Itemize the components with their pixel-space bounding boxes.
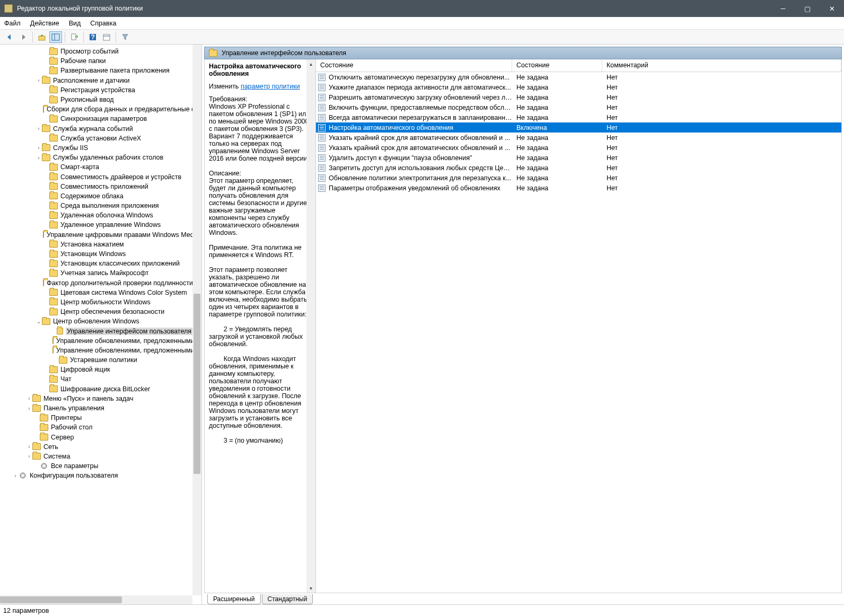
expand-icon[interactable]: › xyxy=(26,395,32,401)
tree-item[interactable]: Принтеры xyxy=(0,413,192,423)
close-button[interactable]: ✕ xyxy=(820,0,844,17)
column-setting[interactable]: Состояние xyxy=(316,59,512,72)
help-button[interactable]: ? xyxy=(86,31,99,43)
list-row[interactable]: Обновление политики электропитания для п… xyxy=(316,173,841,183)
list-row[interactable]: Укажите диапазон периода активности для … xyxy=(316,82,841,92)
expand-icon[interactable]: › xyxy=(26,444,32,450)
tree-item[interactable]: Установщик Windows xyxy=(0,249,192,259)
tree-item[interactable]: ›Меню «Пуск» и панель задач xyxy=(0,394,192,403)
tree-item[interactable]: Управление цифровыми правами Windows Med… xyxy=(0,230,192,240)
folder-icon xyxy=(43,231,44,238)
menu-view[interactable]: Вид xyxy=(69,20,81,27)
tree-item[interactable]: ›Конфигурация пользователя xyxy=(0,471,192,480)
tree-vertical-scrollbar[interactable] xyxy=(192,45,201,595)
list-row[interactable]: Включить функции, предоставляемые посред… xyxy=(316,102,841,112)
tree-item[interactable]: Рабочий стол xyxy=(0,423,192,432)
tree-item[interactable]: ›Расположение и датчики xyxy=(0,76,192,85)
edit-policy-link[interactable]: параметр политики xyxy=(241,83,300,90)
tree-list[interactable]: Просмотр событийРабочие папкиРазвертыван… xyxy=(0,45,192,480)
column-state[interactable]: Состояние xyxy=(512,59,602,72)
expand-icon[interactable]: › xyxy=(12,473,19,479)
tree-item[interactable]: Рабочие папки xyxy=(0,56,192,66)
tree-item[interactable]: Сборки для сбора данных и предварительны… xyxy=(0,104,192,114)
tree-item[interactable]: Служба установки ActiveX xyxy=(0,134,192,143)
expand-icon[interactable]: › xyxy=(36,77,42,83)
tree-item[interactable]: ›Службы удаленных рабочих столов xyxy=(0,153,192,162)
folder-icon xyxy=(49,192,58,199)
tree-item[interactable]: Смарт-карта xyxy=(0,162,192,172)
tree-item[interactable]: ›Сеть xyxy=(0,442,192,452)
back-button[interactable] xyxy=(3,31,16,43)
forward-button[interactable] xyxy=(17,31,30,43)
list-row[interactable]: Параметры отображения уведомлений об обн… xyxy=(316,183,841,193)
tree-item[interactable]: ›Панель управления xyxy=(0,403,192,413)
expand-icon[interactable]: › xyxy=(36,145,42,151)
tree-item[interactable]: Установка нажатием xyxy=(0,240,192,249)
menu-file[interactable]: Файл xyxy=(4,20,21,27)
list-row[interactable]: Удалить доступ к функции "пауза обновлен… xyxy=(316,153,841,163)
tree-item[interactable]: Управление обновлениями, предложенными xyxy=(0,346,192,355)
description-scrollbar[interactable]: ▴ ▾ xyxy=(306,59,315,593)
tree-item[interactable]: Совместимость драйверов и устройств xyxy=(0,172,192,181)
tree-item[interactable]: Учетная запись Майкрософт xyxy=(0,268,192,278)
tree-item[interactable]: Шифрование диска BitLocker xyxy=(0,384,192,394)
tree-item[interactable]: Развертывание пакета приложения xyxy=(0,66,192,75)
expand-icon[interactable]: › xyxy=(36,155,42,161)
scroll-down-icon[interactable]: ▾ xyxy=(310,584,312,593)
tree-item-label: Управление интерфейсом пользователя xyxy=(66,328,192,335)
expand-icon[interactable]: › xyxy=(36,126,42,131)
tree-item[interactable]: Все параметры xyxy=(0,461,192,471)
tree-item[interactable]: Центр обеспечения безопасности xyxy=(0,307,192,316)
list-row[interactable]: Указать крайний срок для автоматических … xyxy=(316,133,841,143)
list-row[interactable]: Отключить автоматическую перезагрузку дл… xyxy=(316,72,841,82)
tree-item[interactable]: Установщик классических приложений xyxy=(0,259,192,268)
tree-item[interactable]: Просмотр событий xyxy=(0,47,192,56)
tree-item[interactable]: ⌄Центр обновления Windows xyxy=(0,316,192,326)
tree-item[interactable]: Рукописный ввод xyxy=(0,95,192,104)
tree-item[interactable]: Удаленная оболочка Windows xyxy=(0,210,192,220)
tree-item[interactable]: Синхронизация параметров xyxy=(0,114,192,124)
filter-button[interactable] xyxy=(119,31,131,43)
tree-item[interactable]: Среда выполнения приложения xyxy=(0,201,192,210)
tree-item[interactable]: Удаленное управление Windows xyxy=(0,220,192,230)
list-row[interactable]: Запретить доступ для использования любых… xyxy=(316,163,841,173)
tree-item[interactable]: Регистрация устройства xyxy=(0,85,192,95)
tree-item[interactable]: Содержимое облака xyxy=(0,191,192,201)
expand-icon[interactable]: › xyxy=(26,453,32,459)
menu-action[interactable]: Действие xyxy=(30,20,59,27)
column-comment[interactable]: Комментарий xyxy=(602,59,841,72)
tab-extended[interactable]: Расширенный xyxy=(207,594,261,604)
list-row[interactable]: Указать крайний срок для автоматических … xyxy=(316,143,841,153)
tree-item[interactable]: Сервер xyxy=(0,433,192,442)
tree-item[interactable]: Чат xyxy=(0,374,192,384)
expand-icon[interactable]: ⌄ xyxy=(36,319,42,324)
menu-help[interactable]: Справка xyxy=(90,20,116,27)
tree-item[interactable]: ›Система xyxy=(0,452,192,461)
tree-item[interactable]: ›Служба журнала событий xyxy=(0,124,192,134)
expand-icon[interactable]: › xyxy=(26,406,32,411)
folder-icon xyxy=(42,318,50,325)
properties-button[interactable] xyxy=(100,31,113,43)
tree-horizontal-scrollbar[interactable] xyxy=(0,595,192,604)
tree-item[interactable]: Управление интерфейсом пользователя xyxy=(0,326,192,336)
list-row[interactable]: Настройка автоматического обновленияВклю… xyxy=(316,122,841,133)
tab-standard[interactable]: Стандартный xyxy=(262,594,313,604)
maximize-button[interactable]: ▢ xyxy=(795,0,820,17)
list-row[interactable]: Разрешить автоматическую загрузку обновл… xyxy=(316,92,841,102)
minimize-button[interactable]: ─ xyxy=(771,0,795,17)
up-button[interactable] xyxy=(36,31,48,43)
tree-item[interactable]: Центр мобильности Windows xyxy=(0,297,192,307)
list-rows[interactable]: Отключить автоматическую перезагрузку дл… xyxy=(316,72,841,593)
tree-item[interactable]: Цифровой ящик xyxy=(0,365,192,374)
tree-item[interactable]: Фактор дополнительной проверки подлиннос… xyxy=(0,278,192,288)
export-button[interactable] xyxy=(68,31,81,43)
policy-icon xyxy=(318,94,326,101)
scroll-up-icon[interactable]: ▴ xyxy=(310,59,312,68)
tree-item[interactable]: ›Службы IIS xyxy=(0,143,192,153)
tree-item[interactable]: Управление обновлениями, предложенными xyxy=(0,336,192,346)
tree-item[interactable]: Устаревшие политики xyxy=(0,355,192,365)
tree-item[interactable]: Совместимость приложений xyxy=(0,182,192,191)
show-tree-button[interactable] xyxy=(49,31,62,43)
list-row[interactable]: Всегда автоматически перезагружаться в з… xyxy=(316,112,841,122)
tree-item[interactable]: Цветовая система Windows Color System xyxy=(0,288,192,297)
